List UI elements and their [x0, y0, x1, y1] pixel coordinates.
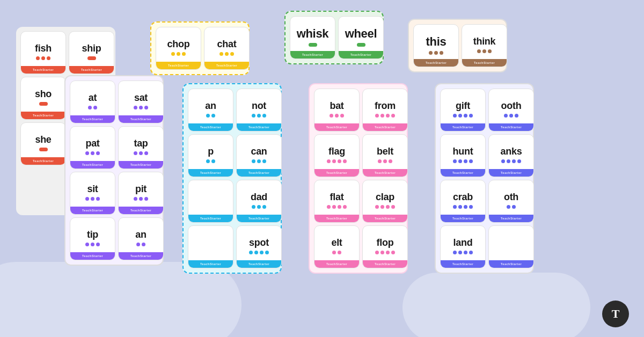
dot: [93, 106, 97, 109]
dot: [340, 114, 344, 118]
card-empty-i: TeachStarter: [488, 225, 534, 268]
dot: [509, 114, 513, 118]
card-dots: [85, 197, 100, 201]
card-footer: TeachStarter: [188, 169, 233, 177]
cloud-decoration-2: [402, 273, 590, 337]
card-word: an: [205, 100, 216, 112]
card-flag: flag TeachStarter: [314, 134, 360, 177]
dot: [177, 52, 180, 56]
card-dots: [375, 251, 395, 254]
card-dots: [134, 197, 148, 201]
card-footer: TeachStarter: [119, 161, 163, 169]
card-crab: crab TeachStarter: [440, 180, 486, 223]
card-pit: pit TeachStarter: [118, 172, 164, 215]
card-footer: TeachStarter: [363, 169, 407, 177]
card-chop: chop TeachStarter: [156, 27, 201, 70]
dot: [332, 159, 336, 163]
dot: [252, 159, 255, 163]
card-dots: [375, 114, 395, 118]
card-anks: anks TeachStarter: [488, 134, 534, 177]
logo-icon: T: [612, 307, 620, 321]
card-dots: [330, 114, 344, 118]
dot: [440, 51, 443, 55]
dot: [257, 114, 261, 118]
card-dots: [327, 159, 347, 163]
card-dots: [507, 205, 516, 209]
dot: [458, 205, 462, 209]
card-word: belt: [377, 146, 393, 157]
card-dad: dad TeachStarter: [236, 180, 282, 223]
card-footer: TeachStarter: [441, 123, 485, 131]
card-pat: pat TeachStarter: [70, 126, 115, 169]
dot: [386, 251, 390, 254]
card-footer: TeachStarter: [441, 169, 485, 177]
card-can: can TeachStarter: [236, 134, 282, 177]
card-footer: TeachStarter: [441, 215, 485, 222]
dot: [458, 159, 462, 163]
card-footer: TeachStarter: [363, 260, 407, 268]
dot: [482, 49, 486, 53]
card-an-p: an TeachStarter: [118, 217, 164, 260]
card-footer: TeachStarter: [188, 123, 233, 131]
card-flat: flat TeachStarter: [314, 180, 360, 223]
card-dots: [429, 51, 443, 55]
dot: [139, 106, 143, 109]
dot: [91, 197, 94, 201]
card-footer: TeachStarter: [237, 169, 281, 177]
sheet-green: whisk TeachStarter wheel TeachStarter: [284, 11, 384, 64]
card-dots: [252, 205, 266, 209]
dot: [386, 114, 390, 118]
dot: [41, 56, 45, 60]
dot: [464, 251, 467, 254]
dot: [501, 159, 505, 163]
dot: [380, 205, 384, 209]
card-dots: [504, 114, 518, 118]
dot: [469, 251, 473, 254]
dash: [87, 56, 96, 60]
dot: [469, 114, 473, 118]
dot: [257, 159, 261, 163]
card-dots: [477, 49, 492, 53]
dot: [144, 197, 148, 201]
card-word: can: [251, 146, 267, 157]
logo: T: [602, 301, 629, 327]
card-dots: [171, 52, 186, 56]
card-footer: TeachStarter: [70, 207, 115, 214]
dot: [211, 114, 215, 118]
dot: [91, 151, 94, 155]
card-word: an: [135, 229, 146, 240]
dot: [453, 205, 457, 209]
card-dots: [453, 205, 473, 209]
dot: [338, 159, 341, 163]
card-footer: TeachStarter: [21, 112, 65, 119]
dot: [134, 151, 137, 155]
card-footer: TeachStarter: [489, 260, 533, 268]
card-word: tip: [87, 229, 98, 240]
card-at: at TeachStarter: [70, 80, 115, 123]
card-bat: bat TeachStarter: [314, 89, 360, 131]
card-footer: TeachStarter: [237, 260, 281, 268]
card-dots: [88, 106, 97, 109]
dot: [254, 251, 258, 254]
dot: [85, 197, 89, 201]
dot: [391, 205, 395, 209]
card-footer: TeachStarter: [21, 157, 65, 165]
card-word: at: [89, 92, 97, 104]
card-dots: [206, 159, 215, 163]
dot: [262, 114, 266, 118]
card-word: gift: [456, 100, 470, 112]
card-word: think: [473, 36, 496, 47]
card-dots: [453, 159, 473, 163]
card-footer: TeachStarter: [339, 51, 383, 58]
card-word: clap: [376, 192, 394, 203]
card-dots: [87, 56, 96, 60]
dot: [171, 52, 175, 56]
dot: [507, 205, 510, 209]
card-footer: TeachStarter: [314, 260, 359, 268]
dot: [375, 251, 379, 254]
card-word: she: [35, 134, 51, 145]
card-tip: tip TeachStarter: [70, 217, 115, 260]
card-footer: TeachStarter: [70, 161, 115, 169]
card-dots: [39, 102, 48, 106]
card-chat: chat TeachStarter: [204, 27, 250, 70]
